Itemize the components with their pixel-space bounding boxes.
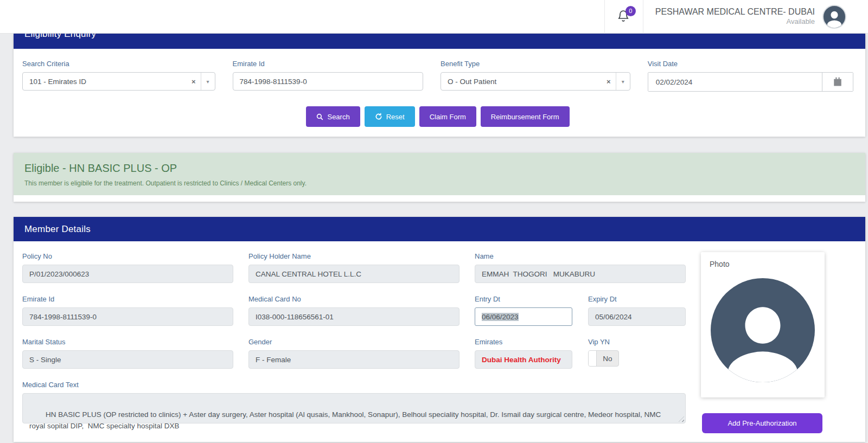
gender-field: F - Female [248, 350, 459, 369]
reset-button[interactable]: Reset [365, 106, 415, 127]
clear-icon[interactable]: × [602, 78, 616, 86]
search-criteria-value: 101 - Emirates ID [23, 78, 187, 86]
marital-status-field: S - Single [22, 350, 233, 369]
availability-status: Available [655, 17, 815, 26]
calendar-icon [833, 77, 843, 87]
policy-holder-name-field: CANAL CENTRAL HOTEL L.L.C [248, 265, 459, 283]
member-details-header: Member Details [14, 217, 865, 241]
entry-dt-input[interactable]: 06/06/2023 [475, 307, 572, 326]
member-photo-placeholder [711, 278, 815, 382]
emirates-value: Dubai Health Authority [482, 356, 561, 364]
gender-label: Gender [248, 338, 459, 346]
person-icon [825, 9, 844, 28]
vip-yn-value: No [597, 351, 618, 366]
eligibility-alert-message: This member is eligibile for the treatme… [24, 179, 854, 187]
policy-holder-name-label: Policy Holder Name [248, 252, 459, 260]
medical-card-text-label: Medical Card Text [22, 381, 686, 389]
organization-name: PESHAWAR MEDICAL CENTRE- DUBAI [655, 7, 815, 17]
claim-form-button[interactable]: Claim Form [419, 106, 476, 127]
top-header: 0 PESHAWAR MEDICAL CENTRE- DUBAI Availab… [0, 0, 868, 34]
eligibility-enquiry-header: Eligibility Enquiry [14, 34, 865, 49]
toggle-knob [589, 351, 597, 366]
entry-dt-value: 06/06/2023 [482, 313, 519, 321]
medical-card-no-field: I038-000-118656561-01 [248, 307, 459, 326]
entry-dt-label: Entry Dt [475, 295, 572, 303]
eligibility-alert-title: Eligible - HN BASIC PLUS - OP [24, 162, 854, 175]
photo-label: Photo [710, 260, 816, 268]
member-details-card: Member Details Policy No P/01/2023/00062… [14, 217, 865, 442]
eligibility-enquiry-card: Eligibility Enquiry Search Criteria 101 … [14, 34, 865, 137]
search-icon [316, 113, 323, 120]
add-pre-authorization-button[interactable]: Add Pre-Authorization [702, 413, 822, 433]
search-button[interactable]: Search [306, 106, 360, 127]
reimbursement-form-button[interactable]: Reimbursement Form [481, 106, 570, 127]
marital-status-label: Marital Status [22, 338, 233, 346]
name-field: EMMAH THOGORI MUKABURU [475, 265, 686, 283]
photo-panel: Photo [701, 252, 825, 397]
visit-date-label: Visit Date [648, 60, 853, 68]
name-label: Name [475, 252, 686, 260]
benefit-type-select[interactable]: O - Out Patient × ▾ [441, 72, 630, 91]
emirate-id-label: Emirate Id [233, 60, 424, 68]
member-details-title: Member Details [24, 224, 91, 235]
search-criteria-label: Search Criteria [22, 60, 215, 68]
notification-count-badge: 0 [626, 6, 636, 16]
policy-no-field: P/01/2023/000623 [22, 265, 233, 283]
user-avatar[interactable] [822, 5, 846, 29]
expiry-dt-field: 05/06/2024 [588, 307, 686, 326]
eligibility-result-card: Eligible - HN BASIC PLUS - OP This membe… [14, 153, 865, 202]
vip-yn-toggle[interactable]: No [588, 350, 619, 367]
medical-card-text-value: HN BASIC PLUS (OP restricted to clinics)… [29, 410, 663, 430]
medical-card-no-label: Medical Card No [248, 295, 459, 303]
emirate-id-input[interactable]: 784-1998-8111539-0 [233, 72, 424, 91]
benefit-type-value: O - Out Patient [441, 78, 602, 86]
policy-no-label: Policy No [22, 252, 233, 260]
calendar-button[interactable] [822, 73, 853, 91]
medical-card-text-field: HN BASIC PLUS (OP restricted to clinics)… [22, 393, 686, 423]
benefit-type-label: Benefit Type [441, 60, 630, 68]
clear-icon[interactable]: × [187, 78, 201, 86]
refresh-icon [375, 113, 382, 120]
chevron-down-icon[interactable]: ▾ [616, 73, 630, 90]
visit-date-input[interactable]: 02/02/2024 [648, 73, 822, 91]
person-icon [722, 301, 803, 382]
vip-yn-label: Vip YN [588, 338, 686, 346]
member-emirate-id-field: 784-1998-8111539-0 [22, 307, 233, 326]
bell-icon [617, 15, 630, 24]
resize-handle[interactable] [679, 416, 684, 422]
chevron-down-icon[interactable]: ▾ [201, 73, 215, 90]
member-emirate-id-label: Emirate Id [22, 295, 233, 303]
notifications-button[interactable]: 0 [604, 0, 643, 34]
eligibility-enquiry-title: Eligibility Enquiry [24, 34, 96, 40]
emirates-field: Dubai Health Authority [475, 350, 572, 369]
eligibility-alert: Eligible - HN BASIC PLUS - OP This membe… [14, 153, 865, 195]
search-criteria-select[interactable]: 101 - Emirates ID × ▾ [22, 72, 215, 91]
expiry-dt-label: Expiry Dt [588, 295, 686, 303]
emirates-label: Emirates [475, 338, 572, 346]
